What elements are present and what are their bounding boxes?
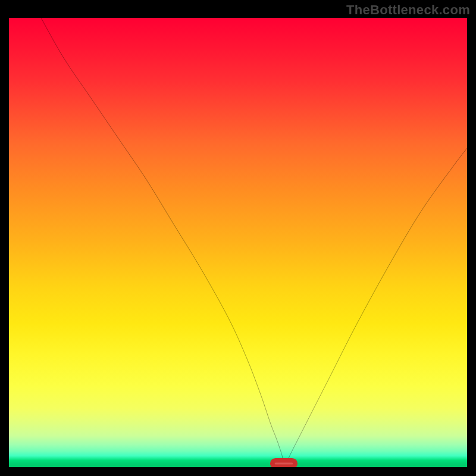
curve-svg bbox=[9, 18, 467, 467]
plot-area bbox=[9, 18, 467, 467]
optimal-point-marker bbox=[273, 461, 296, 467]
watermark-text: TheBottleneck.com bbox=[346, 2, 470, 18]
bottleneck-curve bbox=[41, 18, 467, 462]
chart-frame: TheBottleneck.com bbox=[0, 0, 476, 476]
